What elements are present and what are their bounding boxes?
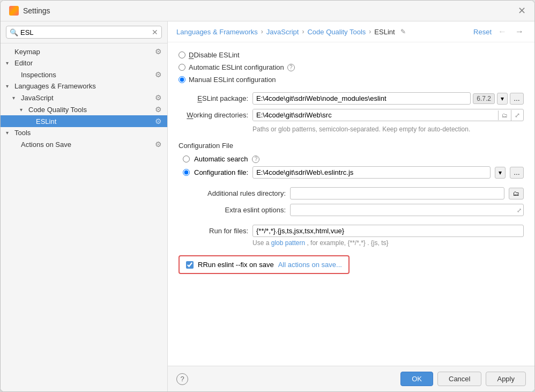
search-clear-button[interactable]: ✕	[152, 28, 158, 36]
package-version: 6.7.2	[473, 93, 495, 104]
sidebar-item-label: Keymap	[14, 48, 40, 56]
right-panel: Languages & Frameworks › JavaScript › Co…	[168, 21, 534, 391]
close-button[interactable]: ✕	[518, 6, 526, 16]
run-for-section: Run for files: Use a glob pattern , for …	[179, 225, 524, 247]
nav-forward-button[interactable]: →	[513, 26, 526, 38]
sidebar-item-label: Languages & Frameworks	[14, 82, 96, 90]
additional-rules-browse-button[interactable]: 🗂	[509, 188, 524, 199]
package-section: ESLint package: 6.7.2 ▾ … Working direct…	[179, 92, 524, 133]
gear-icon: ⚙	[155, 105, 162, 114]
working-dir-input[interactable]	[253, 109, 498, 121]
extra-options-input[interactable]	[290, 204, 524, 216]
fix-on-save-box: RRun eslint --fix on save All actions on…	[179, 255, 350, 274]
main-content: 🔍 ✕ Keymap ⚙ ▾ Editor	[1, 21, 534, 391]
search-box: 🔍 ✕	[1, 21, 167, 43]
package-input[interactable]	[252, 92, 471, 105]
apply-button[interactable]: Apply	[486, 372, 526, 386]
additional-rules-input[interactable]	[290, 187, 504, 199]
gear-icon: ⚙	[155, 117, 162, 125]
app-logo	[9, 6, 19, 16]
package-browse-button[interactable]: …	[510, 93, 524, 105]
working-dir-expand-icon[interactable]: ⤢	[511, 110, 523, 121]
config-file-input[interactable]	[252, 166, 491, 179]
extra-section: Additional rules directory: 🗂 Extra esli…	[179, 187, 524, 216]
settings-content: DDisable ESLint Automatic ESLint configu…	[168, 42, 534, 366]
breadcrumb-languages[interactable]: Languages & Frameworks	[176, 28, 258, 36]
manual-eslint-label[interactable]: Manual ESLint configuration	[189, 76, 276, 84]
sidebar-item-editor[interactable]: ▾ Editor	[1, 57, 167, 69]
auto-search-radio[interactable]	[183, 156, 190, 162]
package-label: ESLint package:	[179, 94, 248, 102]
disable-eslint-row: DDisable ESLint	[179, 51, 524, 59]
additional-rules-row: Additional rules directory: 🗂	[179, 187, 524, 199]
disable-eslint-radio[interactable]	[179, 51, 185, 58]
help-button[interactable]: ?	[176, 373, 188, 385]
sidebar-item-inspections[interactable]: Inspections ⚙	[1, 69, 167, 80]
additional-rules-label: Additional rules directory:	[179, 189, 286, 197]
automatic-eslint-row: Automatic ESLint configuration ?	[179, 63, 524, 71]
tree: Keymap ⚙ ▾ Editor Inspections ⚙ ▾ Lang	[1, 43, 167, 391]
automatic-help-icon[interactable]: ?	[287, 64, 295, 71]
auto-search-help-icon[interactable]: ?	[252, 156, 259, 163]
run-for-input[interactable]	[252, 225, 524, 237]
config-file-browse-button[interactable]: …	[510, 167, 524, 179]
run-for-label: Run for files:	[179, 227, 248, 235]
breadcrumb-javascript[interactable]: JavaScript	[266, 28, 299, 36]
sidebar: 🔍 ✕ Keymap ⚙ ▾ Editor	[1, 21, 168, 391]
config-file-radio[interactable]	[183, 169, 190, 176]
sidebar-item-label: Tools	[14, 129, 31, 137]
eslint-mode-group: DDisable ESLint Automatic ESLint configu…	[179, 51, 524, 84]
gear-icon: ⚙	[155, 47, 162, 56]
arrow-icon: ▾	[6, 130, 12, 136]
nav-back-button[interactable]: ←	[496, 26, 509, 38]
sidebar-item-label: ESLint	[36, 117, 56, 125]
settings-dialog: Settings ✕ 🔍 ✕ Keymap ⚙	[0, 0, 535, 392]
all-actions-link[interactable]: All actions on save...	[278, 261, 342, 269]
breadcrumb: Languages & Frameworks › JavaScript › Co…	[168, 21, 534, 42]
working-dir-field: 🗂 ⤢	[252, 109, 524, 121]
sidebar-item-label: Code Quality Tools	[28, 106, 87, 114]
manual-eslint-radio[interactable]	[179, 76, 185, 83]
fix-on-save-label[interactable]: RRun eslint --fix on save	[198, 261, 274, 269]
working-dir-label: Working directories:	[179, 111, 248, 119]
breadcrumb-sep-3: ›	[369, 28, 371, 35]
search-input[interactable]	[20, 28, 150, 36]
breadcrumb-sep-2: ›	[302, 28, 304, 35]
sidebar-item-label: Actions on Save	[21, 140, 71, 149]
fix-on-save-checkbox[interactable]	[186, 261, 194, 269]
automatic-eslint-radio[interactable]	[179, 64, 185, 71]
working-dir-folder-icon[interactable]: 🗂	[498, 110, 511, 120]
glob-hint: Use a glob pattern , for example, {**/*,…	[252, 239, 524, 247]
sidebar-item-javascript[interactable]: ▾ JavaScript ⚙	[1, 92, 167, 103]
sidebar-item-languages[interactable]: ▾ Languages & Frameworks	[1, 80, 167, 92]
extra-options-expand-icon[interactable]: ⤢	[517, 206, 522, 213]
sidebar-item-keymap[interactable]: Keymap ⚙	[1, 46, 167, 57]
sidebar-item-tools[interactable]: ▾ Tools	[1, 127, 167, 138]
sidebar-item-label: Inspections	[21, 71, 56, 79]
arrow-icon: ▾	[20, 107, 26, 113]
config-file-label[interactable]: Configuration file:	[194, 168, 248, 176]
arrow-icon: ▾	[12, 95, 19, 101]
sidebar-item-label: JavaScript	[21, 94, 54, 102]
manual-eslint-row: Manual ESLint configuration	[179, 76, 524, 84]
gear-icon: ⚙	[155, 93, 162, 102]
config-file-dropdown-button[interactable]: ▾	[495, 167, 506, 179]
search-icon: 🔍	[10, 28, 18, 36]
auto-search-label[interactable]: Automatic search	[194, 155, 248, 163]
breadcrumb-code-quality[interactable]: Code Quality Tools	[307, 28, 366, 36]
disable-eslint-label[interactable]: DDisable ESLint	[189, 51, 240, 59]
automatic-eslint-label[interactable]: Automatic ESLint configuration	[189, 63, 284, 71]
sidebar-item-eslint[interactable]: ESLint ⚙	[1, 115, 167, 127]
run-for-row: Run for files:	[179, 225, 524, 237]
cancel-button[interactable]: Cancel	[437, 372, 481, 386]
sidebar-item-actions-on-save[interactable]: Actions on Save ⚙	[1, 138, 167, 150]
gear-icon: ⚙	[155, 70, 162, 79]
package-row: ESLint package: 6.7.2 ▾ …	[179, 92, 524, 105]
ok-button[interactable]: OK	[400, 372, 433, 386]
glob-pattern-link[interactable]: glob pattern	[271, 239, 305, 247]
package-dropdown-button[interactable]: ▾	[497, 93, 508, 105]
sidebar-item-label: Editor	[14, 59, 33, 67]
auto-search-row: Automatic search ?	[183, 155, 524, 163]
reset-button[interactable]: Reset	[473, 28, 492, 36]
sidebar-item-code-quality[interactable]: ▾ Code Quality Tools ⚙	[1, 103, 167, 115]
